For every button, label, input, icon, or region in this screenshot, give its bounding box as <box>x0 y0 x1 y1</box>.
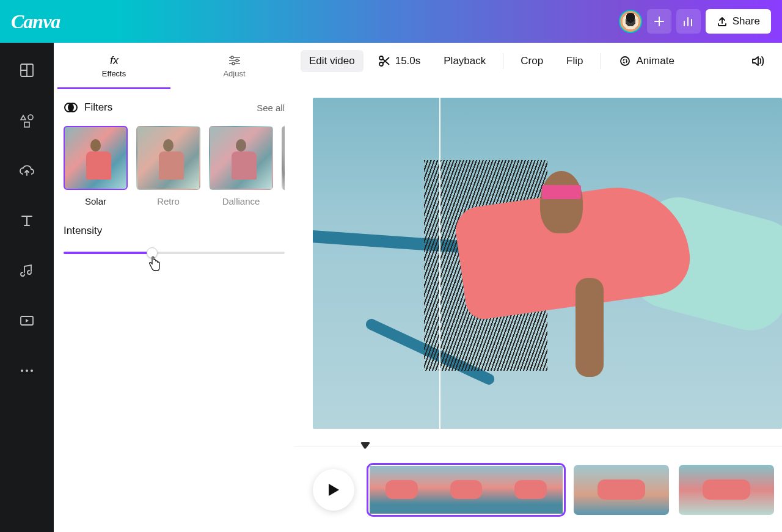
timeline-clip-1[interactable] <box>367 463 566 517</box>
svg-point-15 <box>621 57 629 65</box>
intensity-label: Intensity <box>64 225 285 237</box>
side-panel: fx Effects Adjust Filters See all Solar <box>54 43 294 532</box>
edit-video-button[interactable]: Edit video <box>301 50 364 72</box>
duration-label: 15.0s <box>395 55 421 67</box>
rail-audio[interactable] <box>18 261 36 280</box>
header-actions: Share <box>619 9 771 34</box>
adjust-icon <box>227 54 242 67</box>
svg-point-16 <box>623 59 627 63</box>
playhead[interactable] <box>360 442 370 450</box>
filter-thumb <box>209 126 273 190</box>
separator <box>503 53 503 69</box>
canva-logo[interactable]: Canva <box>11 10 60 33</box>
filter-thumb <box>136 126 200 190</box>
animate-label: Animate <box>637 55 674 67</box>
slider-fill <box>64 252 152 254</box>
svg-rect-2 <box>24 122 29 127</box>
timeline-clip-3[interactable] <box>677 463 776 517</box>
flip-button[interactable]: Flip <box>558 50 591 72</box>
comparison-divider[interactable] <box>439 98 440 429</box>
subject-glasses <box>542 185 580 199</box>
share-label: Share <box>733 15 760 27</box>
text-icon <box>19 213 35 228</box>
timeline-clip-2[interactable] <box>572 463 671 517</box>
clip-frame <box>434 466 498 514</box>
clip-frame <box>679 465 774 515</box>
elements-icon <box>18 112 35 129</box>
playhead-icon <box>360 442 370 450</box>
play-icon <box>327 483 340 497</box>
tab-label: Adjust <box>223 69 245 78</box>
svg-point-6 <box>31 370 33 372</box>
filter-solar[interactable]: Solar <box>64 126 128 206</box>
svg-point-8 <box>231 56 233 59</box>
filter-label: Dalliance <box>209 196 273 206</box>
volume-button[interactable] <box>742 49 773 73</box>
panel-tabs: fx Effects Adjust <box>54 43 294 89</box>
filter-overflow[interactable] <box>282 126 285 206</box>
animate-icon <box>618 54 632 68</box>
cloud-upload-icon <box>18 163 35 178</box>
chart-icon <box>682 15 695 27</box>
canvas-wrap <box>294 79 782 446</box>
templates-icon <box>19 62 35 78</box>
analytics-button[interactable] <box>676 9 701 34</box>
rail-elements[interactable] <box>18 111 36 129</box>
filters-icon <box>64 100 78 115</box>
svg-point-5 <box>26 370 28 372</box>
user-avatar[interactable] <box>619 10 642 33</box>
video-icon <box>19 313 35 329</box>
filters-header: Filters See all <box>64 100 285 115</box>
subject-head <box>540 171 582 233</box>
rail-uploads[interactable] <box>18 161 36 180</box>
filters-title: Filters <box>84 101 112 114</box>
svg-point-1 <box>28 115 33 120</box>
clip-frame <box>370 466 434 514</box>
rail-videos[interactable] <box>18 312 36 330</box>
filter-dalliance[interactable]: Dalliance <box>209 126 273 206</box>
app-header: Canva Share <box>0 0 782 43</box>
svg-text:fx: fx <box>109 54 119 67</box>
canvas-area: Edit video 15.0s Playback Crop Flip Anim… <box>294 43 782 532</box>
filter-label: Retro <box>136 196 200 206</box>
dots-icon <box>20 369 34 373</box>
tab-adjust[interactable]: Adjust <box>174 43 294 89</box>
timeline <box>294 446 782 532</box>
animate-button[interactable]: Animate <box>610 49 683 73</box>
cursor-pointer-icon <box>148 257 161 272</box>
rail-templates[interactable] <box>18 61 36 79</box>
clip-frame <box>499 466 563 514</box>
tab-effects[interactable]: fx Effects <box>54 43 174 89</box>
play-button[interactable] <box>313 469 354 511</box>
crop-button[interactable]: Crop <box>512 50 552 72</box>
effects-icon: fx <box>107 54 122 67</box>
panel-body: Filters See all Solar Retro Dalliance <box>54 89 294 265</box>
filter-thumb <box>282 126 285 190</box>
upload-icon <box>717 16 728 27</box>
rail-more[interactable] <box>18 362 36 380</box>
add-button[interactable] <box>647 9 671 34</box>
filter-row: Solar Retro Dalliance <box>64 126 285 206</box>
tab-label: Effects <box>102 69 126 78</box>
context-toolbar: Edit video 15.0s Playback Crop Flip Anim… <box>294 43 782 79</box>
canvas-image[interactable] <box>313 98 782 429</box>
music-icon <box>19 263 35 279</box>
see-all-link[interactable]: See all <box>257 103 285 113</box>
scissors-icon <box>378 55 390 67</box>
duration-button[interactable]: 15.0s <box>370 50 429 72</box>
share-button[interactable]: Share <box>706 9 771 34</box>
rail-text[interactable] <box>18 211 36 230</box>
subject-arm <box>576 278 604 376</box>
svg-point-9 <box>236 59 238 62</box>
svg-point-4 <box>21 370 23 372</box>
intensity-slider[interactable] <box>64 252 285 254</box>
canvas-subject <box>407 137 759 419</box>
filter-retro[interactable]: Retro <box>136 126 200 206</box>
playback-button[interactable]: Playback <box>435 50 494 72</box>
clip-frame <box>574 465 669 515</box>
volume-icon <box>750 54 765 68</box>
filter-thumb <box>64 126 128 190</box>
svg-point-10 <box>232 62 235 65</box>
plus-icon <box>654 16 665 27</box>
separator <box>601 53 601 69</box>
